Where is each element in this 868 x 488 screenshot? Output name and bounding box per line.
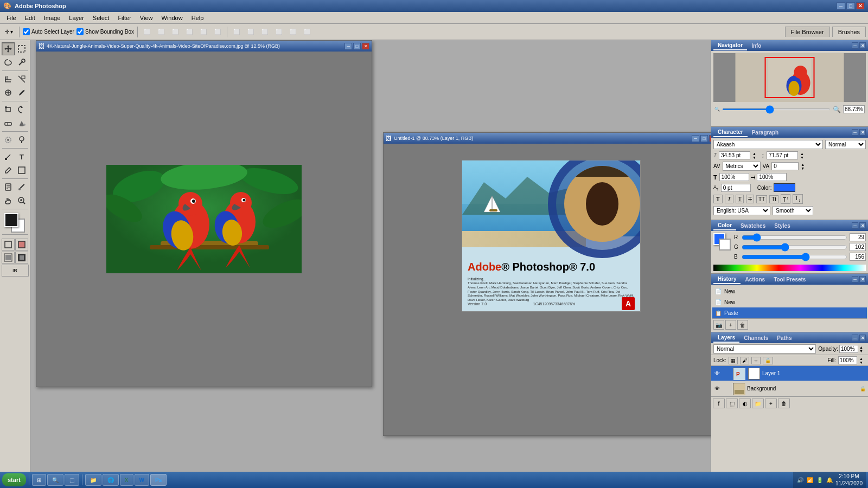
menu-filter[interactable]: Filter xyxy=(113,14,135,22)
history-item-3[interactable]: 📋 Paste xyxy=(712,307,867,318)
marquee-tool[interactable] xyxy=(15,42,28,55)
strikethrough-button[interactable]: T xyxy=(746,195,754,203)
channels-tab[interactable]: Channels xyxy=(739,334,773,342)
italic-button[interactable]: T xyxy=(725,195,734,203)
bold-button[interactable]: T xyxy=(713,195,723,203)
font-family-select[interactable]: Akaash xyxy=(713,140,823,149)
layers-minimize-btn[interactable]: ─ xyxy=(852,335,858,341)
align-right-button[interactable]: ⬜ xyxy=(169,27,181,36)
bg-visibility[interactable]: 👁 xyxy=(713,385,721,393)
foreground-color-swatch[interactable] xyxy=(4,213,18,227)
doc-2-title-bar[interactable]: 🖼 Untitled-1 @ 88.73% (Layer 1, RGB) ─ □… xyxy=(384,133,711,144)
doc-1-title-bar[interactable]: 🖼 4K-Natural-Jungle-Animals-Video-Super-… xyxy=(36,41,372,52)
kerning-select[interactable]: Metrics xyxy=(723,162,761,171)
size-down-btn[interactable]: ▼ xyxy=(752,156,759,159)
doc-1-minimize[interactable]: ─ xyxy=(344,43,352,50)
brushes-tab[interactable]: Brushes xyxy=(832,27,866,37)
history-tab[interactable]: History xyxy=(713,275,741,284)
caps-button[interactable]: TT xyxy=(756,195,767,203)
layer-item-bg[interactable]: 👁 Background 🔒 xyxy=(711,381,868,396)
doc-2-maximize[interactable]: □ xyxy=(700,135,708,142)
layer-style-btn[interactable]: f xyxy=(713,399,725,408)
blue-slider[interactable] xyxy=(742,255,847,259)
notes-tool[interactable] xyxy=(2,181,15,194)
fill-down-btn[interactable]: ▼ xyxy=(859,361,866,364)
menu-window[interactable]: Window xyxy=(157,14,187,22)
path-tool[interactable] xyxy=(2,150,15,163)
history-new-btn[interactable]: + xyxy=(725,320,736,330)
lock-position-btn[interactable]: ↔ xyxy=(751,357,761,364)
character-tab[interactable]: Character xyxy=(713,128,748,137)
clone-stamp-tool[interactable] xyxy=(2,103,15,116)
crop-tool[interactable] xyxy=(2,73,15,86)
navigator-close-btn[interactable]: ✕ xyxy=(859,42,866,49)
tray-icon-notification[interactable]: 🔔 xyxy=(826,476,833,484)
leading-input[interactable] xyxy=(767,151,798,159)
distribute-1-button[interactable]: ⬜ xyxy=(231,27,242,36)
tracking-down-btn[interactable]: ▼ xyxy=(801,166,807,170)
fill-input[interactable] xyxy=(838,356,857,364)
font-style-select[interactable]: Normal xyxy=(825,140,866,149)
standard-mode-button[interactable] xyxy=(2,239,15,251)
font-size-input[interactable] xyxy=(719,151,750,159)
color-close-btn[interactable]: ✕ xyxy=(859,222,866,229)
magic-wand-tool[interactable] xyxy=(15,56,28,69)
navigator-tab[interactable]: Navigator xyxy=(713,41,747,50)
close-button[interactable]: ✕ xyxy=(856,2,865,10)
color-tab[interactable]: Color xyxy=(713,221,736,230)
slice-tool[interactable] xyxy=(15,73,28,86)
doc-2-close[interactable]: ✕ xyxy=(709,135,711,142)
red-input[interactable]: 29 xyxy=(850,233,866,241)
super-button[interactable]: T↑ xyxy=(781,194,790,204)
layers-close-btn[interactable]: ✕ xyxy=(859,335,866,341)
zoom-tool[interactable] xyxy=(15,194,28,207)
menu-select[interactable]: Select xyxy=(88,14,114,22)
move-tool-options[interactable]: ✛ ▾ xyxy=(2,27,16,36)
shape-tool[interactable] xyxy=(15,164,28,177)
smallcaps-button[interactable]: Tt xyxy=(769,195,778,203)
underline-button[interactable]: T xyxy=(736,195,744,203)
antialiasing-select[interactable]: Smooth xyxy=(773,206,813,215)
tracking-input[interactable] xyxy=(771,162,799,170)
paragraph-tab[interactable]: Paragraph xyxy=(748,129,783,137)
green-slider[interactable] xyxy=(742,245,847,249)
opacity-down-btn[interactable]: ▼ xyxy=(859,349,866,353)
tracking-up-btn[interactable]: ▲ xyxy=(801,163,807,166)
bounding-box-checkbox-input[interactable] xyxy=(76,28,84,35)
taskbar-search-btn[interactable]: 🔍 xyxy=(47,474,63,486)
show-bounding-box-checkbox[interactable]: Show Bounding Box xyxy=(76,28,134,35)
leading-up-btn[interactable]: ▲ xyxy=(800,152,807,156)
menu-image[interactable]: Image xyxy=(40,14,65,22)
type-tool[interactable]: T xyxy=(15,150,28,163)
distribute-3-button[interactable]: ⬜ xyxy=(259,27,271,36)
h-scale-input[interactable] xyxy=(719,173,749,181)
pen-tool[interactable] xyxy=(2,164,15,177)
eraser-tool[interactable] xyxy=(2,117,15,130)
healing-tool[interactable] xyxy=(2,86,15,99)
tray-icon-1[interactable]: 🔊 xyxy=(796,476,804,484)
dodge-tool[interactable] xyxy=(15,133,28,146)
char-close-btn[interactable]: ✕ xyxy=(859,129,866,136)
taskbar-taskview-btn[interactable]: ⬚ xyxy=(65,474,79,486)
imageready-button[interactable]: IR xyxy=(2,265,29,277)
lasso-tool[interactable] xyxy=(2,56,15,69)
taskbar-explorer-btn[interactable]: 📁 xyxy=(85,474,101,486)
opacity-up-btn[interactable]: ▲ xyxy=(859,345,866,349)
doc-1-maximize[interactable]: □ xyxy=(353,43,361,50)
opacity-input[interactable] xyxy=(839,345,858,353)
history-item-1[interactable]: 📄 New xyxy=(712,286,867,297)
distribute-4-button[interactable]: ⬜ xyxy=(273,27,285,36)
taskbar-excel-btn[interactable]: X xyxy=(120,474,133,486)
layer-item-1[interactable]: 👁 P Layer 1 xyxy=(711,366,868,381)
history-brush-tool[interactable] xyxy=(15,103,28,116)
char-minimize-btn[interactable]: ─ xyxy=(852,129,858,136)
file-browser-tab[interactable]: File Browser xyxy=(785,27,830,37)
auto-select-layer-checkbox[interactable]: Auto Select Layer xyxy=(23,28,74,35)
tray-icon-3[interactable]: 🔋 xyxy=(816,476,824,484)
spectrum-bar[interactable] xyxy=(713,265,866,271)
taskbar-edge-btn[interactable]: 🌐 xyxy=(103,474,119,486)
align-center-h-button[interactable]: ⬜ xyxy=(197,27,209,36)
info-tab[interactable]: Info xyxy=(747,42,765,50)
layers-tab[interactable]: Layers xyxy=(713,333,739,343)
fill-tool[interactable] xyxy=(15,117,28,130)
